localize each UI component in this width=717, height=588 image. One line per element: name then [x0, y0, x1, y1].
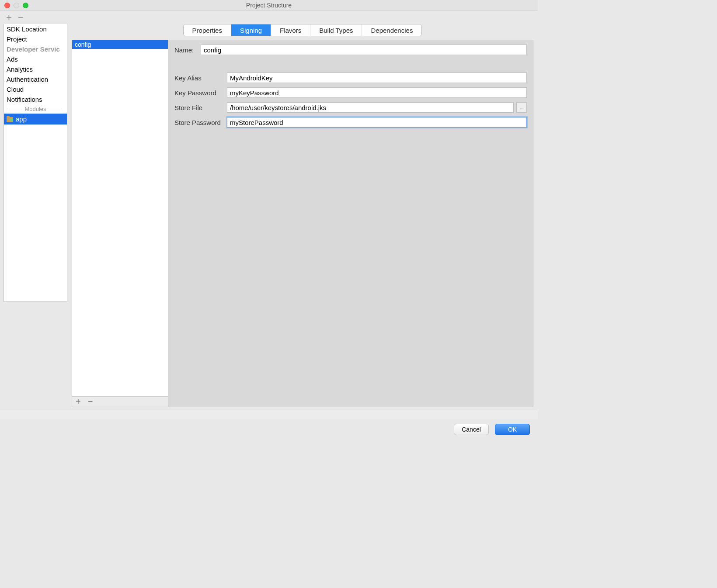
tab-build-types[interactable]: Build Types [310, 24, 362, 36]
add-config-button[interactable]: + [76, 397, 81, 407]
window-controls [4, 3, 28, 8]
signing-config-panel: config + − [72, 40, 168, 407]
key-alias-label: Key Alias [174, 74, 227, 82]
tab-flavors[interactable]: Flavors [271, 24, 310, 36]
top-toolbar: + − [0, 11, 538, 24]
store-file-label: Store File [174, 104, 227, 111]
store-password-label: Store Password [174, 119, 227, 126]
tab-signing[interactable]: Signing [231, 24, 271, 36]
add-module-button[interactable]: + [6, 13, 12, 22]
sidebar-item-sdk-location[interactable]: SDK Location [4, 24, 67, 34]
svg-rect-1 [7, 116, 10, 118]
zoom-window-icon[interactable] [23, 3, 28, 8]
sidebar-item-cloud[interactable]: Cloud [4, 84, 67, 94]
key-password-field[interactable] [227, 87, 527, 98]
sidebar-section-developer-services: Developer Servic [4, 44, 67, 54]
sidebar-section-modules: Modules [4, 104, 67, 114]
tab-properties[interactable]: Properties [184, 24, 231, 36]
sidebar-module-label: app [16, 115, 27, 123]
sidebar-item-authentication[interactable]: Authentication [4, 74, 67, 84]
sidebar-module-app[interactable]: app [4, 114, 67, 125]
titlebar: Project Structure [0, 0, 538, 11]
signing-form: Name: Key Alias Key Password Store File [168, 40, 533, 407]
minimize-window-icon[interactable] [14, 3, 19, 8]
close-window-icon[interactable] [4, 3, 10, 8]
sidebar-section-modules-label: Modules [24, 106, 46, 112]
store-file-field[interactable] [227, 102, 514, 113]
dialog-buttons: Cancel OK [0, 419, 538, 441]
tab-dependencies[interactable]: Dependencies [362, 24, 421, 36]
signing-config-item[interactable]: config [72, 40, 168, 49]
sidebar-item-ads[interactable]: Ads [4, 54, 67, 64]
signing-config-list[interactable]: config [72, 40, 168, 396]
store-password-field[interactable] [227, 117, 527, 128]
cancel-button[interactable]: Cancel [454, 424, 489, 435]
key-password-label: Key Password [174, 89, 227, 97]
sidebar-item-analytics[interactable]: Analytics [4, 64, 67, 74]
key-alias-field[interactable] [227, 73, 527, 83]
status-strip [0, 410, 538, 419]
sidebar: SDK Location Project Developer Servic Ad… [3, 24, 67, 302]
module-folder-icon [7, 116, 13, 122]
signing-pane: config + − Name: Key Alias [72, 40, 533, 407]
sidebar-item-notifications[interactable]: Notifications [4, 94, 67, 104]
remove-module-button[interactable]: − [18, 13, 24, 22]
tabs: Properties Signing Flavors Build Types D… [183, 24, 422, 36]
config-list-toolbar: + − [72, 396, 168, 407]
ok-button[interactable]: OK [495, 424, 530, 435]
remove-config-button[interactable]: − [88, 397, 93, 407]
sidebar-item-project[interactable]: Project [4, 34, 67, 44]
window-title: Project Structure [246, 2, 292, 9]
name-label: Name: [174, 46, 201, 54]
name-field[interactable] [201, 45, 527, 55]
svg-rect-2 [10, 118, 13, 121]
browse-store-file-button[interactable]: ... [516, 102, 527, 113]
